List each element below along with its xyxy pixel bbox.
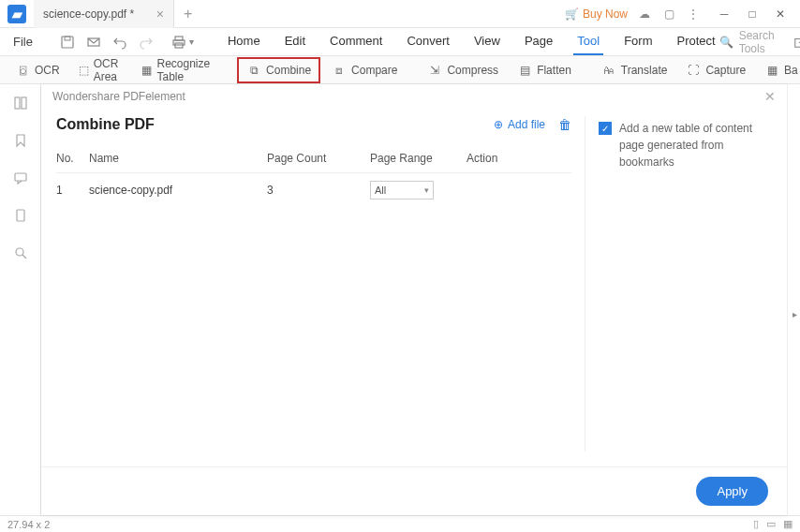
add-file-button[interactable]: ⊕ Add file (494, 118, 545, 131)
close-button[interactable]: ✕ (766, 0, 794, 28)
batch-icon: ▦ (764, 63, 779, 78)
share-icon[interactable] (792, 34, 800, 51)
translate-button[interactable]: 🗛 Translate (594, 59, 675, 81)
flatten-icon: ▤ (517, 63, 532, 78)
toc-checkbox-label: Add a new table of content page generate… (619, 120, 772, 170)
col-name: Name (89, 152, 267, 165)
compress-button[interactable]: ⇲ Compress (420, 59, 506, 81)
svg-rect-7 (15, 97, 20, 109)
undo-icon[interactable] (111, 34, 128, 51)
tab-comment[interactable]: Comment (326, 28, 386, 55)
search-tools[interactable]: 🔍 Search Tools (719, 29, 784, 55)
file-menu[interactable]: File (4, 35, 42, 49)
page-dimensions: 27.94 x 2 (7, 519, 50, 530)
left-sidebar (0, 84, 41, 515)
combine-button[interactable]: ⧉ Combine (237, 57, 320, 83)
flatten-button[interactable]: ▤ Flatten (510, 59, 579, 81)
view-mode-single-icon[interactable]: ▯ (753, 518, 759, 530)
cloud-icon[interactable]: ☁ (637, 7, 652, 22)
batch-button[interactable]: ▦ Ba (757, 59, 800, 81)
tab-form[interactable]: Form (620, 28, 656, 55)
cell-name: science-copy.pdf (89, 184, 267, 197)
delete-button[interactable]: 🗑 (558, 117, 571, 132)
capture-icon: ⛶ (686, 63, 701, 78)
capture-button[interactable]: ⛶ Capture (678, 59, 753, 81)
ocr-area-icon: ⬚ (79, 63, 89, 78)
print-icon[interactable] (171, 34, 186, 51)
right-scrollbar-edge: ▸ (787, 84, 800, 515)
search-sidebar-icon[interactable] (11, 244, 30, 262)
menu-tabs: Home Edit Comment Convert View Page Tool… (224, 28, 719, 55)
col-no: No. (56, 152, 89, 165)
menubar: File ▾ Home Edit Comment Convert View Pa… (0, 28, 800, 56)
search-icon: 🔍 (719, 36, 733, 49)
recognize-table-button[interactable]: ▦ Recognize Table (134, 53, 222, 87)
panel-title: Combine PDF (56, 116, 155, 133)
bookmark-icon[interactable] (11, 131, 30, 150)
ocr-area-button[interactable]: ⬚ OCR Area (71, 53, 131, 87)
panel-header: Wondershare PDFelement ✕ (41, 84, 787, 109)
mail-icon[interactable] (85, 34, 102, 51)
svg-point-11 (16, 248, 23, 256)
statusbar: 27.94 x 2 ▯ ▭ ▦ (0, 515, 800, 532)
svg-rect-0 (62, 37, 73, 48)
col-pagerange: Page Range (370, 152, 467, 165)
more-icon[interactable]: ⋮ (686, 7, 701, 22)
ocr-button[interactable]: ⌼ OCR (7, 59, 67, 81)
redo-icon[interactable] (138, 34, 155, 51)
table-header: No. Name Page Count Page Range Action (56, 144, 571, 173)
cart-icon: 🛒 (565, 7, 579, 21)
combine-panel: Wondershare PDFelement ✕ Combine PDF ⊕ A… (41, 84, 787, 515)
tab-tool[interactable]: Tool (573, 28, 603, 55)
view-mode-grid-icon[interactable]: ▦ (783, 518, 793, 530)
plus-icon: ⊕ (494, 118, 503, 131)
combine-icon: ⧉ (246, 63, 261, 78)
buy-now-button[interactable]: 🛒 Buy Now (565, 7, 628, 21)
tab-add-button[interactable]: + (174, 6, 201, 22)
compare-icon: ⧈ (332, 63, 347, 78)
tab-convert[interactable]: Convert (403, 28, 453, 55)
panel-close-button[interactable]: ✕ (764, 89, 776, 104)
print-dropdown-icon[interactable]: ▾ (189, 37, 194, 47)
svg-rect-10 (17, 210, 24, 221)
col-pagecount: Page Count (267, 152, 370, 165)
tab-protect[interactable]: Protect (673, 28, 719, 55)
notification-icon[interactable]: ▢ (661, 7, 676, 22)
cell-no: 1 (56, 184, 89, 197)
translate-icon: 🗛 (601, 63, 616, 78)
svg-rect-8 (22, 97, 26, 109)
minimize-button[interactable]: ─ (710, 0, 738, 28)
table-row[interactable]: 1 science-copy.pdf 3 All ▾ (56, 173, 571, 207)
tab-page[interactable]: Page (521, 28, 556, 55)
col-action: Action (467, 152, 532, 165)
titlebar: ▰ science-copy.pdf * × + 🛒 Buy Now ☁ ▢ ⋮… (0, 0, 800, 28)
tab-title: science-copy.pdf * (43, 7, 134, 21)
svg-rect-9 (15, 173, 26, 181)
compress-icon: ⇲ (427, 63, 442, 78)
expand-arrow-icon[interactable]: ▸ (789, 300, 800, 328)
tab-edit[interactable]: Edit (281, 28, 309, 55)
table-icon: ▦ (141, 63, 152, 78)
attachment-icon[interactable] (11, 206, 30, 225)
app-icon: ▰ (7, 5, 26, 23)
compare-button[interactable]: ⧈ Compare (324, 59, 405, 81)
view-mode-continuous-icon[interactable]: ▭ (766, 518, 776, 530)
tab-view[interactable]: View (470, 28, 504, 55)
ocr-icon: ⌼ (15, 63, 30, 78)
tab-close-icon[interactable]: × (156, 7, 164, 22)
page-range-select[interactable]: All ▾ (370, 181, 434, 200)
maximize-button[interactable]: □ (738, 0, 766, 28)
apply-button[interactable]: Apply (696, 477, 768, 506)
thumbnails-icon[interactable] (11, 94, 30, 112)
panel-header-title: Wondershare PDFelement (52, 90, 185, 103)
panel-side: ✓ Add a new table of content page genera… (585, 116, 772, 451)
toc-checkbox[interactable]: ✓ (599, 122, 612, 135)
document-tab[interactable]: science-copy.pdf * × (34, 0, 174, 28)
chevron-down-icon: ▾ (424, 185, 429, 195)
toolbar: ⌼ OCR ⬚ OCR Area ▦ Recognize Table ⧉ Com… (0, 56, 800, 84)
comment-icon[interactable] (11, 169, 30, 187)
cell-pagecount: 3 (267, 184, 370, 197)
tab-home[interactable]: Home (224, 28, 264, 55)
save-icon[interactable] (59, 34, 76, 51)
